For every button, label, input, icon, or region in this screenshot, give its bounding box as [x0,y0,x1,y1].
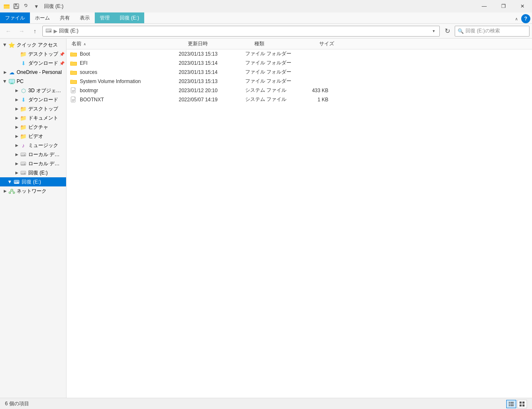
file-name-cell: Boot [70,50,179,58]
expand-icon: ▶ [2,69,8,76]
sidebar-item-drive-d[interactable]: ▶ ローカル ディスク (D:) [0,159,66,168]
col-header-size[interactable]: サイズ [303,39,336,48]
address-bar[interactable]: ▶ 回復 (E:) ▾ [42,26,440,37]
file-date-cell: 2023/01/13 15:14 [179,69,245,75]
sidebar-item-documents[interactable]: ▶ 📁 ドキュメント [0,113,66,122]
sidebar: ▶ ⭐ クイック アクセス 📁 デスクトップ 📌 ⬇ ダウンロード 📌 ▶ ☁ … [0,39,66,398]
column-headers: 名前 ∧ 更新日時 種類 サイズ [66,39,532,49]
view-buttons [506,400,527,408]
detail-view-button[interactable] [506,400,516,408]
svg-rect-44 [71,71,76,74]
pc-icon [8,78,15,85]
svg-rect-56 [72,100,75,100]
sidebar-item-network[interactable]: ▶ ネットワーク [0,186,66,196]
undo-button[interactable] [22,2,31,11]
expand-icon: ▶ [2,78,8,85]
svg-line-34 [10,191,11,192]
forward-button[interactable]: → [16,25,27,37]
svg-point-21 [24,164,25,164]
search-box[interactable]: 🔍 回復 (E:)の検索 [455,26,530,37]
svg-point-32 [9,192,10,193]
tab-context[interactable]: 回復 (E:) [115,12,144,23]
col-header-type[interactable]: 種類 [253,39,303,48]
tab-file[interactable]: ファイル [0,12,30,23]
sidebar-item-onedrive[interactable]: ▶ ☁ OneDrive - Personal [0,68,66,77]
back-button[interactable]: ← [2,25,14,37]
close-button[interactable]: ✕ [513,0,532,12]
sidebar-item-videos[interactable]: ▶ 📁 ビデオ [0,132,66,141]
svg-rect-52 [72,92,74,92]
svg-rect-60 [509,404,510,404]
table-row[interactable]: bootmgr 2023/01/12 20:10 システム ファイル 433 K… [66,86,532,95]
up-button[interactable]: ↑ [29,25,41,37]
file-name: EFI [80,60,88,66]
explorer-icon [3,3,10,10]
sidebar-item-pictures[interactable]: ▶ 📁 ピクチャ [0,122,66,132]
address-dropdown[interactable]: ▾ [430,28,437,34]
folder-icon [70,50,77,58]
expand-icon: ▶ [13,169,20,176]
item-count: 6 個の項目 [5,400,29,407]
svg-rect-57 [72,101,74,101]
table-row[interactable]: Boot 2023/01/13 15:13 ファイル フォルダー [66,49,532,59]
drive-d-icon [20,160,27,167]
pc-downloads-icon: ⬇ [20,96,27,103]
sidebar-item-drive-e1[interactable]: ▶ 回復 (E:) [0,168,66,177]
tab-manage[interactable]: 管理 [95,12,115,23]
svg-rect-2 [5,5,7,5]
sidebar-item-drive-c[interactable]: ▶ ローカル ディスク (C:) [0,150,66,159]
table-row[interactable]: sources 2023/01/13 15:14 ファイル フォルダー [66,68,532,77]
svg-rect-18 [21,155,26,156]
table-row[interactable]: EFI 2023/01/13 15:14 ファイル フォルダー [66,59,532,68]
tab-home[interactable]: ホーム [30,12,55,23]
sidebar-item-desktop[interactable]: 📁 デスクトップ 📌 [0,49,66,59]
sidebar-item-pc-downloads[interactable]: ▶ ⬇ ダウンロード [0,95,66,104]
table-row[interactable]: BOOTNXT 2022/05/07 14:19 システム ファイル 1 KB [66,95,532,104]
expand-icon: ▶ [7,179,13,185]
svg-rect-14 [10,83,14,84]
svg-rect-58 [509,402,510,403]
save-button[interactable] [12,2,21,11]
drive-c-icon [20,151,27,158]
sidebar-item-music[interactable]: ▶ ♪ ミュージック [0,141,66,150]
svg-rect-66 [520,404,522,407]
expand-icon: ▶ [13,160,20,167]
svg-rect-37 [70,52,73,53]
file-type-cell: システム ファイル [245,87,295,94]
file-type-cell: ファイル フォルダー [245,69,295,76]
title-bar: ▾ 回復 (E:) — ❐ ✕ [0,0,532,12]
restore-button[interactable]: ❐ [494,0,513,12]
col-header-name[interactable]: 名前 ∧ [70,39,186,48]
sidebar-item-drive-e2[interactable]: ▶ 回復 (E:) [0,177,66,186]
file-type-cell: ファイル フォルダー [245,50,295,57]
svg-rect-13 [11,83,13,84]
file-date-cell: 2022/05/07 14:19 [179,97,245,103]
col-header-date[interactable]: 更新日時 [186,39,253,48]
svg-rect-10 [46,32,52,32]
table-row[interactable]: System Volume Information 2023/01/13 15:… [66,77,532,86]
tab-view[interactable]: 表示 [75,12,95,23]
svg-point-25 [24,173,25,174]
sidebar-item-3d[interactable]: ▶ ⬡ 3D オブジェクト [0,86,66,95]
sidebar-item-downloads[interactable]: ⬇ ダウンロード 📌 [0,59,66,68]
drive-icon [45,27,52,34]
tab-share[interactable]: 共有 [55,12,75,23]
svg-rect-30 [14,183,19,184]
window-title: 回復 (E:) [44,3,64,10]
large-icon-view-button[interactable] [517,400,527,408]
svg-rect-5 [15,6,18,8]
music-label: ミュージック [28,142,58,149]
minimize-button[interactable]: — [475,0,494,12]
svg-rect-46 [70,80,73,81]
dropdown-button[interactable]: ▾ [32,2,41,11]
sidebar-item-quick-access[interactable]: ▶ ⭐ クイック アクセス [0,40,66,49]
svg-rect-38 [71,53,76,56]
downloads-label: ダウンロード [28,60,58,67]
sidebar-item-pc-desktop[interactable]: ▶ 📁 デスクトップ [0,104,66,113]
quick-access-icon: ⭐ [8,42,15,48]
help-button[interactable]: ? [521,14,530,23]
refresh-button[interactable]: ↻ [441,25,453,37]
ribbon-collapse[interactable]: ∧ [513,16,520,22]
file-size-cell: 1 KB [295,97,328,103]
sidebar-item-pc[interactable]: ▶ PC [0,77,66,86]
